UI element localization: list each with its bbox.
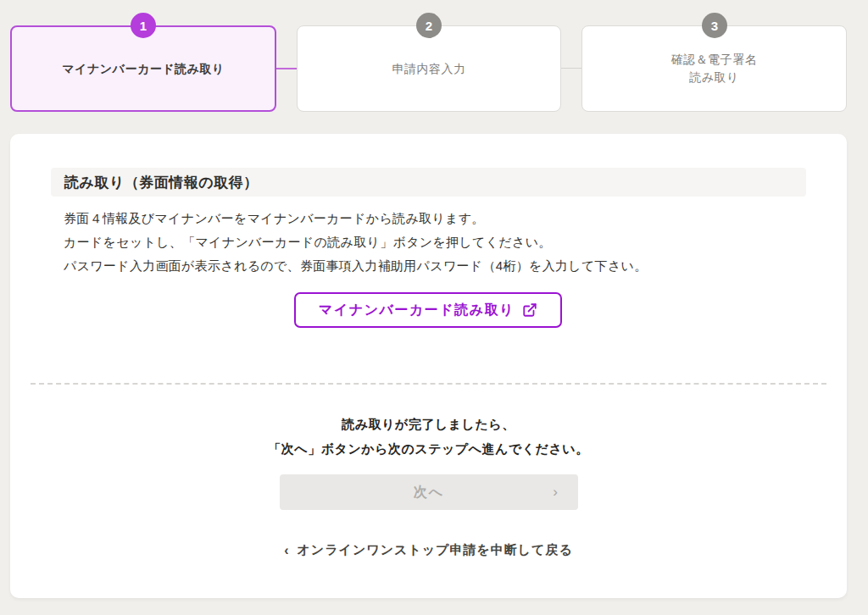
step-1-label: マイナンバーカード読み取り (62, 60, 224, 78)
next-button[interactable]: 次へ › (280, 474, 578, 510)
instructions: 券面４情報及びマイナンバーをマイナンバーカードから読み取ります。 カードをセット… (64, 207, 806, 278)
step-connector-1-2 (276, 68, 297, 69)
step-2-application-input: 申請内容入力 (297, 25, 561, 112)
instruction-line-1: 券面４情報及びマイナンバーをマイナンバーカードから読み取ります。 (64, 207, 806, 230)
step-2-number-badge: 2 (416, 13, 442, 38)
step-1-card-read: マイナンバーカード読み取り (10, 25, 276, 112)
chevron-right-icon: › (553, 484, 559, 501)
instruction-line-3: パスワード入力画面が表示されるので、券面事項入力補助用パスワード（4桁）を入力し… (64, 254, 806, 278)
onestop-application-screen: マイナンバーカード読み取り 申請内容入力 確認＆電子署名 読み取り 1 2 3 … (0, 0, 868, 615)
step-3-label-line1: 確認＆電子署名 (671, 53, 758, 66)
step-1-number-badge: 1 (131, 13, 156, 38)
mynumber-card-read-button[interactable]: マイナンバーカード読み取り (294, 292, 562, 328)
external-link-icon (522, 302, 537, 318)
step-3-number-badge: 3 (702, 13, 727, 38)
next-button-label: 次へ (414, 484, 444, 501)
step-3-label: 確認＆電子署名 読み取り (671, 51, 758, 86)
step-2-label: 申請内容入力 (392, 60, 466, 78)
mynumber-card-read-button-label: マイナンバーカード読み取り (319, 302, 515, 319)
abort-and-return-link-label: オンラインワンストップ申請を中断して戻る (298, 542, 573, 558)
completion-note-line1: 読み取りが完了しましたら、 (342, 417, 515, 431)
chevron-left-icon: ‹ (284, 543, 289, 558)
dashed-divider (31, 383, 826, 385)
card-read-panel: 読み取り（券面情報の取得） 券面４情報及びマイナンバーをマイナンバーカードから読… (10, 134, 847, 598)
instruction-line-2: カードをセットし、「マイナンバーカードの読み取り」ボタンを押してください。 (64, 230, 806, 254)
completion-note-line2: 「次へ」ボタンから次のステップへ進んでください。 (268, 441, 588, 456)
step-3-confirm-signature: 確認＆電子署名 読み取り (581, 25, 847, 112)
step-connector-2-3 (561, 68, 581, 69)
abort-and-return-link[interactable]: ‹ オンラインワンストップ申請を中断して戻る (10, 542, 847, 558)
step-3-label-line2: 読み取り (689, 70, 739, 84)
completion-note: 読み取りが完了しましたら、 「次へ」ボタンから次のステップへ進んでください。 (10, 412, 847, 461)
section-heading: 読み取り（券面情報の取得） (51, 168, 806, 197)
